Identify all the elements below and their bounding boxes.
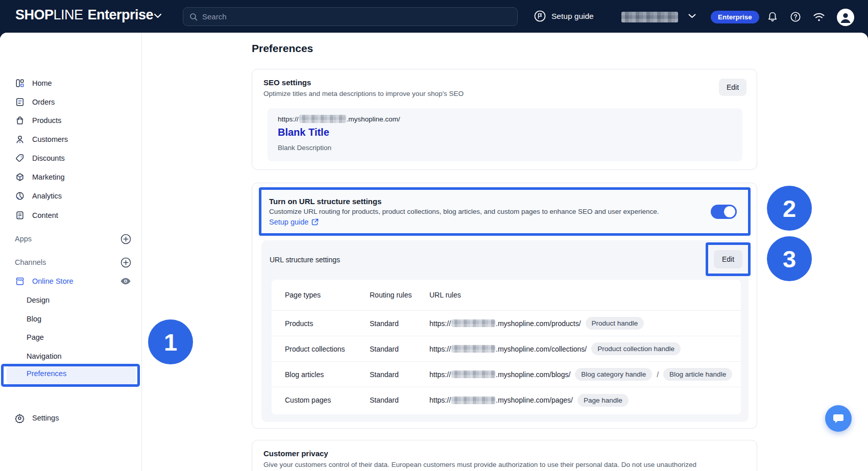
annotation-step-1: 1	[148, 319, 193, 364]
plan-badge: Enterprise	[711, 11, 759, 23]
sidebar-item-marketing[interactable]: Marketing	[15, 171, 65, 183]
analytics-pie-icon	[15, 191, 25, 201]
sidebar-item-label: Blog	[27, 315, 41, 323]
account-avatar[interactable]	[837, 9, 854, 26]
sidebar-item-settings[interactable]: Settings	[15, 412, 59, 424]
handle-chip: Product handle	[586, 317, 644, 330]
sidebar-item-label: Design	[27, 296, 50, 304]
handle-chip: Blog category handle	[575, 368, 652, 381]
top-bar: SHOPLINEEnterprise Search Setup guide En…	[0, 0, 868, 33]
url-structure-toggle[interactable]	[711, 205, 737, 219]
seo-edit-button[interactable]: Edit	[719, 79, 746, 96]
content-file-icon	[15, 211, 25, 220]
url-structure-edit-button[interactable]: Edit	[714, 250, 742, 268]
sidebar-item-label: Orders	[32, 98, 55, 106]
domain-blurred	[451, 319, 495, 327]
table-row-products: Products Standard https://.myshopline.co…	[272, 311, 741, 336]
notifications-bell-icon[interactable]	[766, 11, 779, 23]
external-link-icon	[311, 218, 319, 226]
sidebar-item-label: Settings	[32, 414, 59, 422]
sidebar-item-customers[interactable]: Customers	[15, 133, 68, 145]
setup-guide-label: Setup guide	[551, 12, 594, 21]
url-toggle-title: Turn on URL structure settings	[269, 197, 711, 206]
seo-preview-title: Blank Title	[278, 127, 732, 138]
annotation-box-step2: Turn on URL structure settings Customize…	[259, 187, 751, 236]
setup-guide-link[interactable]: Setup guide	[269, 218, 319, 226]
sidebar-item-label: Page	[27, 333, 44, 341]
flag-icon	[534, 10, 546, 22]
add-app-icon[interactable]	[120, 233, 131, 244]
seo-preview-description: Blank Description	[278, 144, 732, 152]
table-row-product-collections: Product collections Standard https://.my…	[272, 336, 741, 362]
online-store-icon	[15, 277, 25, 286]
sidebar-item-label: Navigation	[27, 352, 62, 360]
search-input[interactable]: Search	[183, 7, 518, 26]
help-icon[interactable]	[789, 11, 802, 23]
setup-guide-button[interactable]: Setup guide	[534, 10, 594, 22]
annotation-step-3: 3	[767, 236, 812, 281]
sidebar-item-label: Customers	[32, 135, 68, 143]
logo-line: LINE	[54, 7, 83, 22]
sidebar-item-home[interactable]: Home	[15, 77, 52, 89]
handle-chip: Product collection handle	[591, 342, 681, 355]
search-placeholder: Search	[202, 12, 227, 21]
col-header-page-types: Page types	[285, 291, 370, 299]
sidebar-section-apps[interactable]: Apps	[15, 233, 32, 244]
url-rule-cell: https://.myshopline.com/products/ Produc…	[429, 317, 741, 330]
seo-preview-box: https://.myshopline.com/ Blank Title Bla…	[268, 108, 742, 161]
seo-settings-card: SEO settings Optimize titles and meta de…	[252, 69, 757, 170]
sidebar-item-blog[interactable]: Blog	[27, 313, 41, 325]
domain-blurred	[451, 345, 495, 353]
sidebar-item-products[interactable]: Products	[15, 114, 61, 127]
sidebar-item-analytics[interactable]: Analytics	[15, 190, 62, 202]
privacy-card-description: Give your customers control of their dat…	[263, 461, 738, 468]
sidebar-item-design[interactable]: Design	[27, 294, 50, 306]
toggle-knob	[724, 206, 735, 217]
discount-tag-icon	[15, 154, 25, 163]
customers-icon	[15, 135, 25, 144]
url-rule-cell: https://.myshopline.com/pages/ Page hand…	[429, 394, 741, 407]
col-header-routing-rules: Routing rules	[370, 290, 429, 300]
domain-blurred	[299, 115, 346, 123]
sidebar-item-label: Discounts	[32, 154, 65, 162]
sidebar-item-label: Products	[32, 116, 61, 125]
url-structure-card: Turn on URL structure settings Customize…	[252, 183, 757, 429]
privacy-card-title: Customer privacy	[263, 449, 328, 458]
sidebar-section-channels[interactable]: Channels	[15, 257, 46, 268]
annotation-box-step3: Edit	[706, 242, 751, 276]
sidebar-item-label: Content	[32, 211, 58, 219]
table-header-row: Page types Routing rules URL rules	[272, 280, 741, 311]
handle-chip: Page handle	[577, 394, 629, 407]
account-chevron-down-icon[interactable]	[688, 14, 696, 18]
view-store-eye-icon[interactable]	[120, 276, 131, 287]
sidebar-item-page[interactable]: Page	[27, 331, 44, 343]
logo-enterprise: Enterprise	[88, 7, 154, 22]
support-chat-button[interactable]	[825, 405, 852, 432]
sidebar-item-label: Marketing	[32, 173, 65, 181]
handle-separator: /	[657, 370, 659, 379]
sidebar-item-online-store[interactable]: Online Store	[15, 275, 74, 287]
network-wifi-icon[interactable]	[813, 11, 825, 23]
sidebar-item-content[interactable]: Content	[15, 209, 58, 221]
sidebar-item-label: Analytics	[32, 192, 62, 200]
sidebar-item-orders[interactable]: Orders	[15, 96, 55, 108]
seo-card-title: SEO settings	[263, 78, 311, 87]
sidebar-item-label: Online Store	[32, 277, 74, 285]
table-row-custom-pages: Custom pages Standard https://.myshoplin…	[272, 387, 741, 413]
sidebar-item-discounts[interactable]: Discounts	[15, 152, 65, 164]
annotation-step-2: 2	[767, 186, 812, 231]
add-channel-icon[interactable]	[120, 257, 131, 268]
sidebar-item-label: Home	[32, 79, 52, 87]
sidebar-item-navigation[interactable]: Navigation	[27, 350, 62, 362]
url-panel-title: URL structure settings	[270, 256, 340, 264]
sidebar: Home Orders Products Customers Discounts…	[0, 33, 142, 471]
domain-blurred	[451, 370, 495, 378]
chat-bubble-icon	[832, 412, 845, 425]
url-toggle-description: Customize URL routing for products, prod…	[269, 208, 711, 215]
logo-chevron-down-icon[interactable]	[154, 13, 162, 18]
search-icon	[189, 13, 198, 21]
products-bag-icon	[15, 116, 25, 126]
logo-shop: SHOP	[15, 7, 54, 22]
customer-privacy-card: Customer privacy Give your customers con…	[252, 440, 757, 471]
url-rule-cell: https://.myshopline.com/blogs/ Blog cate…	[429, 368, 741, 381]
